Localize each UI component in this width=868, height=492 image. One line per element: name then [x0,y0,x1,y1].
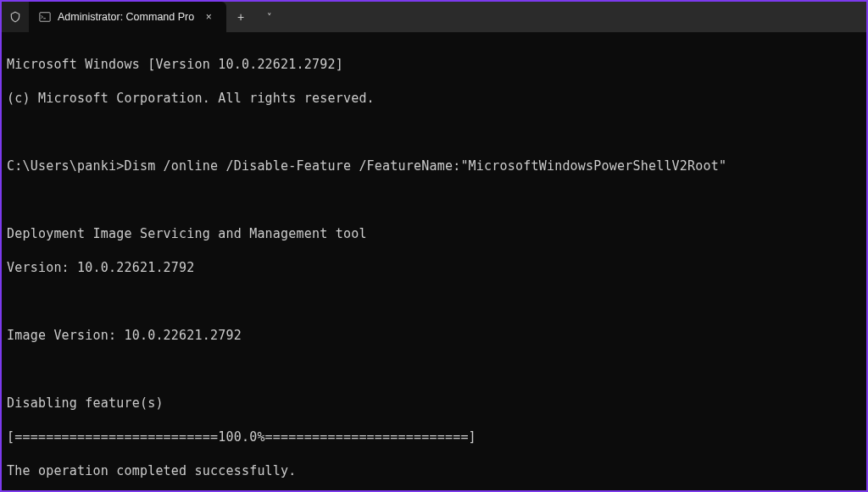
titlebar: Administrator: Command Pro × + ˅ [2,2,866,32]
output-line: Image Version: 10.0.22621.2792 [7,327,861,344]
command-text: Dism /online /Disable-Feature /FeatureNa… [124,158,726,174]
output-line [7,361,861,378]
tab-close-button[interactable]: × [201,8,216,25]
output-line [7,124,861,141]
output-line: Version: 10.0.22621.2792 [7,259,861,276]
svg-rect-0 [40,13,50,22]
output-line [7,293,861,310]
progress-bar: [==========================100.0%=======… [7,428,861,445]
tab-title: Administrator: Command Pro [58,8,194,25]
new-tab-button[interactable]: + [226,2,255,32]
terminal-output[interactable]: Microsoft Windows [Version 10.0.22621.27… [2,32,866,492]
command-line: C:\Users\panki>Dism /online /Disable-Fea… [7,158,861,174]
output-line: Disabling feature(s) [7,395,861,412]
output-line: Microsoft Windows [Version 10.0.22621.27… [7,56,861,73]
cmd-icon [39,11,51,23]
output-line: (c) Microsoft Corporation. All rights re… [7,90,861,107]
output-line: The operation completed successfully. [7,462,861,479]
tab-dropdown-button[interactable]: ˅ [255,2,284,32]
output-line [7,191,861,208]
prompt: C:\Users\panki> [7,158,124,174]
admin-shield-icon [2,2,29,32]
tab-active[interactable]: Administrator: Command Pro × [29,2,226,32]
output-line: Deployment Image Servicing and Managemen… [7,225,861,242]
titlebar-drag-area[interactable] [284,2,866,32]
